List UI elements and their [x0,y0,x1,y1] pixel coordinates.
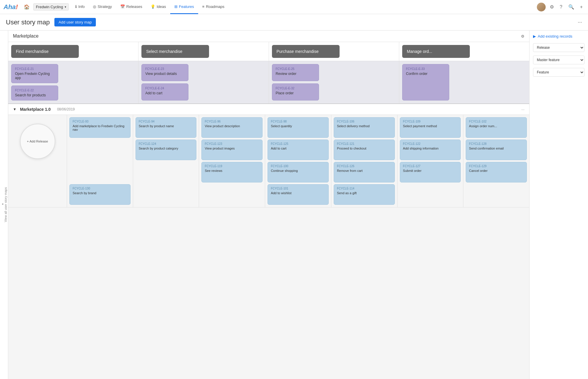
user-avatar[interactable] [537,3,546,11]
epic-col-0: Find merchandise [8,42,138,61]
feature-card-e23[interactable]: FCYCLE-E-23 View product details [141,64,188,81]
workspace-chevron-icon: ▾ [65,5,66,9]
page-header-right: ··· [578,19,582,25]
map-title-bar: Marketplace ⚙ [8,31,529,42]
story-card-96[interactable]: FCYCLE-96 View product description [201,117,263,138]
master-feature-dropdown[interactable]: Master feature [533,56,584,64]
tab-info[interactable]: ℹ Info [71,0,89,14]
story-card-106[interactable]: FCYCLE-106 Select delivery method [334,117,395,138]
story-col-4: FCYCLE-106 Select delivery method FCYCLE… [331,115,397,207]
release-header: ▼ Marketplace 1.0 08/06/2019 ··· [8,104,529,115]
story-col-5: FCYCLE-109 Select payment method FCYCLE-… [397,115,464,207]
story-card-101[interactable]: FCYCLE-101 Add to wishlist [268,184,329,205]
story-map-wrapper: Marketplace ⚙ Find merchandise Select me… [8,31,529,207]
epic-card-purchase[interactable]: Purchase merchandise [272,45,340,58]
app-logo[interactable]: Aha! [4,3,18,11]
story-map-content: Marketplace ⚙ Find merchandise Select me… [8,31,529,379]
story-col-2: FCYCLE-96 View product description FCYCL… [199,115,265,207]
story-card-124[interactable]: FCYCLE-124 Search by product category [136,140,197,160]
feature-col-3: FCYCLE-E-33 Confirm order [399,61,529,103]
story-card-100[interactable]: FCYCLE-100 Continue shopping [268,162,329,182]
sidebar-chevron-icon: ▸ [1,203,4,206]
story-card-93[interactable]: FCYCLE-93 Add marketplace to Fredwin Cyc… [69,117,131,138]
epics-row: Find merchandise Select merchandise Purc… [8,42,529,61]
story-card-114[interactable]: FCYCLE-114 Send as a gift [334,184,395,205]
tab-strategy[interactable]: ◎ Strategy [89,0,116,14]
epic-col-3: Manage ord... [399,42,529,61]
add-release-col: + Add Release [8,115,67,207]
release-collapse-icon[interactable]: ▼ [13,107,16,111]
story-card-121[interactable]: FCYCLE-121 Proceed to checkout [334,140,395,160]
stories-grid: + Add Release FCYCLE-93 Add marketplace … [8,115,529,207]
add-release-button[interactable]: + Add Release [20,124,55,159]
feature-card-e32[interactable]: FCYCLE-E-32 Place order [272,83,319,100]
tab-releases[interactable]: 📅 Releases [116,0,146,14]
epic-col-1: Select merchandise [138,42,269,61]
nav-right: ⚙ ? 🔍 + [537,2,584,11]
epic-card-select[interactable]: Select merchandise [141,45,209,58]
release-dropdown[interactable]: Release [533,43,584,52]
page-menu-button[interactable]: ··· [578,19,582,25]
story-card-102[interactable]: FCYCLE-102 Assign order num... [466,117,527,138]
epic-card-manage[interactable]: Manage ord... [402,45,470,58]
feature-card-e22[interactable]: FCYCLE-E-22 Search for products [11,85,58,100]
help-icon[interactable]: ? [558,3,564,11]
feature-card-e33[interactable]: FCYCLE-E-33 Confirm order [402,64,449,100]
story-card-94[interactable]: FCYCLE-94 Search by product name [136,117,197,138]
tab-roadmaps[interactable]: ≡ Roadmaps [198,0,228,14]
top-nav: Aha! 🏠 Fredwin Cycling ▾ ℹ Info ◎ Strate… [0,0,588,14]
feature-card-e21[interactable]: FCYCLE-E-21 Open Fredwin Cycling app [11,64,58,83]
story-card-122[interactable]: FCYCLE-122 Add shipping information [400,140,461,160]
release-menu-button[interactable]: ··· [521,107,524,112]
story-col-6: FCYCLE-102 Assign order num... FCYCLE-12… [463,115,529,207]
feature-col-0: FCYCLE-E-21 Open Fredwin Cycling app FCY… [8,61,138,103]
feature-col-1: FCYCLE-E-23 View product details FCYCLE-… [138,61,269,103]
story-card-98[interactable]: FCYCLE-98 Select quantity [268,117,329,138]
story-card-130[interactable]: FCYCLE-130 Search by brand [69,184,131,205]
calendar-icon: 📅 [120,4,125,9]
feature-card-e25[interactable]: FCYCLE-E-25 Review order [272,64,319,81]
sidebar-label-text: View all user story maps [4,187,7,222]
right-panel-title[interactable]: ▶ Add existing records [533,34,584,38]
epic-col-2: Purchase merchandise [269,42,399,61]
strategy-icon: ◎ [93,4,96,9]
story-card-119[interactable]: FCYCLE-119 See reviews [201,162,263,182]
settings-icon[interactable]: ⚙ [548,2,556,11]
features-row: FCYCLE-E-21 Open Fredwin Cycling app FCY… [8,61,529,104]
map-settings-icon[interactable]: ⚙ [521,34,524,38]
story-card-129[interactable]: FCYCLE-129 Cancel order [466,162,527,182]
story-col-0: FCYCLE-93 Add marketplace to Fredwin Cyc… [67,115,133,207]
home-icon[interactable]: 🏠 [21,2,32,11]
tab-features[interactable]: ⊞ Features [170,0,198,14]
story-col-3: FCYCLE-98 Select quantity FCYCLE-125 Add… [265,115,331,207]
release-section: ▼ Marketplace 1.0 08/06/2019 ··· + Add R… [8,104,529,207]
page-title: User story map [6,19,50,26]
page-header: User story map Add user story map ··· [0,14,588,31]
add-icon[interactable]: + [578,3,584,11]
info-icon: ℹ [75,4,77,9]
story-card-126[interactable]: FCYCLE-126 Remove from cart [334,162,395,182]
workspace-selector[interactable]: Fredwin Cycling ▾ [33,3,69,11]
ideas-icon: 💡 [151,4,155,9]
epic-card-find[interactable]: Find merchandise [11,45,79,58]
feature-dropdown[interactable]: Feature [533,68,584,77]
main-layout: ▸ View all user story maps Marketplace ⚙… [0,31,588,379]
map-name: Marketplace [13,33,39,39]
feature-card-e24[interactable]: FCYCLE-E-24 Add to cart [141,83,188,100]
add-release-label: + Add Release [27,140,48,143]
sidebar-label[interactable]: ▸ View all user story maps [0,31,8,379]
story-card-127[interactable]: FCYCLE-127 Submit order [400,162,461,182]
search-icon[interactable]: 🔍 [567,2,576,11]
story-card-123[interactable]: FCYCLE-123 View product images [201,140,263,160]
story-card-128[interactable]: FCYCLE-128 Send confirmation email [466,140,527,160]
right-panel-chevron-icon: ▶ [533,34,536,38]
release-date: 08/06/2019 [57,107,75,111]
release-name: Marketplace 1.0 [20,107,51,112]
tab-ideas[interactable]: 💡 Ideas [146,0,170,14]
story-card-125[interactable]: FCYCLE-125 Add to cart [268,140,329,160]
features-icon: ⊞ [174,4,178,9]
add-user-story-map-button[interactable]: Add user story map [54,18,96,26]
feature-col-2: FCYCLE-E-25 Review order FCYCLE-E-32 Pla… [269,61,399,103]
story-card-109[interactable]: FCYCLE-109 Select payment method [400,117,461,138]
right-panel: ▶ Add existing records Release Master fe… [529,31,588,379]
